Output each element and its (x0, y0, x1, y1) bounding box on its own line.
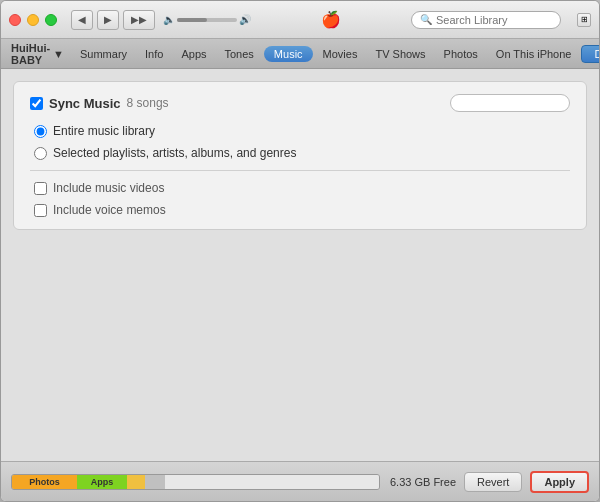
main-content: Sync Music 8 songs Entire music library … (1, 69, 599, 461)
sync-options: Entire music library Selected playlists,… (30, 124, 570, 160)
nav-controls: ◀ ▶ ▶▶ (71, 10, 155, 30)
sync-music-checkbox-label[interactable]: Sync Music (30, 96, 121, 111)
music-videos-checkbox[interactable] (34, 182, 47, 195)
forward-button[interactable]: ▶ (97, 10, 119, 30)
apple-icon: 🍎 (321, 10, 341, 29)
maximize-button[interactable] (45, 14, 57, 26)
volume-high-icon: 🔊 (239, 14, 251, 25)
storage-other-segment (127, 475, 145, 489)
storage-photos-segment: Photos (12, 475, 77, 489)
device-name[interactable]: HuiHui-BABY ▼ (11, 42, 64, 66)
storage-free-segment (165, 475, 379, 489)
tab-tones[interactable]: Tones (217, 45, 262, 63)
radio-selected[interactable]: Selected playlists, artists, albums, and… (34, 146, 570, 160)
apple-logo: 🍎 (251, 10, 411, 29)
divider (30, 170, 570, 171)
radio-selected-input[interactable] (34, 147, 47, 160)
music-videos-label: Include music videos (53, 181, 164, 195)
checkbox-music-videos[interactable]: Include music videos (34, 181, 570, 195)
tab-photos[interactable]: Photos (436, 45, 486, 63)
sync-search-input[interactable] (450, 94, 570, 112)
window-controls: ⊞ (561, 13, 591, 27)
voice-memos-checkbox[interactable] (34, 204, 47, 217)
extra-options: Include music videos Include voice memos (30, 181, 570, 217)
volume-slider[interactable] (177, 18, 237, 22)
close-button[interactable] (9, 14, 21, 26)
apps-segment-label: Apps (91, 477, 114, 487)
radio-entire-library[interactable]: Entire music library (34, 124, 570, 138)
storage-info: Photos Apps 6.33 GB Free (11, 474, 456, 490)
voice-memos-label: Include voice memos (53, 203, 166, 217)
traffic-lights (9, 14, 57, 26)
search-input[interactable] (436, 14, 546, 26)
titlebar: ◀ ▶ ▶▶ 🔈 🔊 🍎 🔍 ⊞ (1, 1, 599, 39)
sync-music-label: Sync Music (49, 96, 121, 111)
radio-entire-label: Entire music library (53, 124, 155, 138)
search-icon: 🔍 (420, 14, 432, 25)
device-dropdown-icon: ▼ (53, 48, 64, 60)
tab-on-this-iphone[interactable]: On This iPhone (488, 45, 580, 63)
tab-info[interactable]: Info (137, 45, 171, 63)
minimize-button[interactable] (27, 14, 39, 26)
checkbox-voice-memos[interactable]: Include voice memos (34, 203, 570, 217)
tab-summary[interactable]: Summary (72, 45, 135, 63)
device-nav: HuiHui-BABY ▼ Summary Info Apps Tones Mu… (1, 39, 599, 69)
resize-icon[interactable]: ⊞ (577, 13, 591, 27)
tab-tvshows[interactable]: TV Shows (367, 45, 433, 63)
done-button[interactable]: Done (581, 45, 600, 63)
storage-apps-segment: Apps (77, 475, 127, 489)
sync-title-group: Sync Music 8 songs (30, 96, 169, 111)
tab-music[interactable]: Music (264, 46, 313, 62)
song-count: 8 songs (127, 96, 169, 110)
sync-music-checkbox[interactable] (30, 97, 43, 110)
skip-forward-button[interactable]: ▶▶ (123, 10, 155, 30)
radio-entire-input[interactable] (34, 125, 47, 138)
storage-bar: Photos Apps (11, 474, 380, 490)
search-bar: 🔍 (411, 11, 561, 29)
sync-panel: Sync Music 8 songs Entire music library … (13, 81, 587, 230)
photos-segment-label: Photos (29, 477, 60, 487)
free-space-label: 6.33 GB Free (390, 476, 456, 488)
storage-misc-segment (145, 475, 165, 489)
sync-header: Sync Music 8 songs (30, 94, 570, 112)
revert-button[interactable]: Revert (464, 472, 522, 492)
radio-selected-label: Selected playlists, artists, albums, and… (53, 146, 296, 160)
volume-control: 🔈 🔊 (163, 14, 251, 25)
tab-movies[interactable]: Movies (315, 45, 366, 63)
bottom-bar: Photos Apps 6.33 GB Free Revert Apply (1, 461, 599, 501)
itunes-window: ◀ ▶ ▶▶ 🔈 🔊 🍎 🔍 ⊞ HuiHui-BABY ▼ Summary (0, 0, 600, 502)
tab-apps[interactable]: Apps (173, 45, 214, 63)
apply-button[interactable]: Apply (530, 471, 589, 493)
back-button[interactable]: ◀ (71, 10, 93, 30)
volume-low-icon: 🔈 (163, 14, 175, 25)
